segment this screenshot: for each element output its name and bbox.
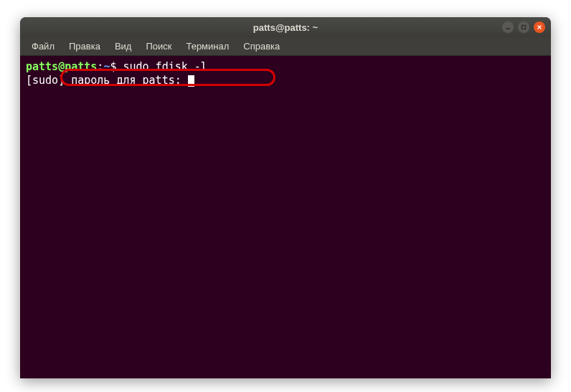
- menu-help[interactable]: Справка: [237, 39, 286, 53]
- maximize-button[interactable]: [518, 21, 529, 33]
- menu-view[interactable]: Вид: [109, 39, 138, 53]
- sudo-prefix: [sudo]: [26, 74, 71, 87]
- sudo-prompt-text: пароль для patts:: [71, 74, 188, 87]
- window-title: patts@patts: ~: [253, 22, 318, 33]
- minimize-icon: [505, 24, 511, 30]
- sudo-password-line: [sudo] пароль для patts:: [26, 74, 545, 87]
- titlebar: patts@patts: ~: [20, 17, 551, 37]
- menu-edit[interactable]: Правка: [63, 39, 106, 53]
- prompt-user-host: patts@patts: [26, 60, 97, 73]
- close-icon: [537, 24, 542, 30]
- terminal-window: patts@patts: ~ Файл Правка Вид Поиск Тер…: [20, 17, 551, 378]
- prompt-dollar: $: [110, 60, 116, 73]
- maximize-icon: [521, 24, 527, 30]
- cursor-block: [188, 75, 194, 87]
- window-controls: [502, 21, 545, 33]
- minimize-button[interactable]: [502, 21, 514, 33]
- typed-command: sudo fdisk -l: [123, 60, 207, 73]
- menubar: Файл Правка Вид Поиск Терминал Справка: [20, 37, 551, 56]
- command-line: patts@patts:~$ sudo fdisk -l: [26, 60, 545, 74]
- menu-terminal[interactable]: Терминал: [180, 39, 235, 53]
- svg-rect-1: [522, 26, 526, 29]
- terminal-area[interactable]: patts@patts:~$ sudo fdisk -l [sudo] паро…: [20, 56, 551, 92]
- menu-search[interactable]: Поиск: [140, 39, 177, 53]
- menu-file[interactable]: Файл: [26, 39, 60, 53]
- close-button[interactable]: [534, 21, 545, 33]
